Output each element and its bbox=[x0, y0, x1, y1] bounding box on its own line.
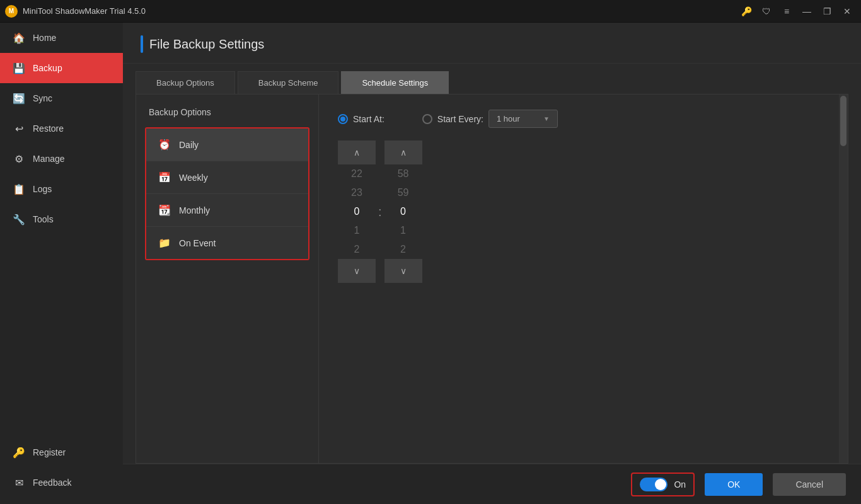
key-icon-button[interactable]: 🔑 bbox=[737, 3, 755, 20]
minute-down-button[interactable]: ∨ bbox=[384, 259, 422, 283]
page-title: File Backup Settings bbox=[149, 37, 264, 52]
hour-value-23: 23 bbox=[338, 183, 376, 202]
main-layout: 🏠 Home 💾 Backup 🔄 Sync ↩ Restore ⚙ Manag… bbox=[0, 23, 861, 504]
start-every-option[interactable]: Start Every: bbox=[422, 114, 483, 124]
sidebar-label-manage: Manage bbox=[33, 154, 65, 164]
sidebar-label-feedback: Feedback bbox=[33, 478, 71, 488]
content-area: File Backup Settings Backup Options Back… bbox=[123, 23, 861, 504]
sidebar-bottom: 🔑 Register ✉ Feedback bbox=[0, 437, 123, 504]
options-label-weekly: Weekly bbox=[179, 173, 208, 183]
sidebar-label-home: Home bbox=[33, 33, 56, 43]
toggle-container: On bbox=[631, 472, 695, 496]
start-every-dropdown[interactable]: 1 hour ▼ bbox=[488, 110, 558, 128]
time-colon-separator: : bbox=[376, 205, 384, 219]
start-every-label: Start Every: bbox=[437, 114, 483, 124]
sync-icon: 🔄 bbox=[13, 92, 25, 105]
tab-backup-options[interactable]: Backup Options bbox=[136, 71, 235, 94]
logs-icon: 📋 bbox=[13, 183, 25, 195]
sidebar-label-restore: Restore bbox=[33, 123, 64, 134]
minute-up-button[interactable]: ∧ bbox=[384, 140, 422, 164]
sidebar-item-restore[interactable]: ↩ Restore bbox=[0, 113, 123, 144]
titlebar-controls: 🔑 🛡 ≡ — ❐ ✕ bbox=[737, 3, 856, 20]
time-picker: ∧ 22 23 0 1 2 ∨ : ∧ 58 59 bbox=[338, 140, 829, 283]
backup-options-list: ⏰ Daily 📅 Weekly 📆 Monthly 📁 On Event bbox=[145, 127, 309, 260]
home-icon: 🏠 bbox=[13, 32, 25, 44]
start-at-label: Start At: bbox=[353, 114, 384, 124]
titlebar: M MiniTool ShadowMaker Trial 4.5.0 🔑 🛡 ≡… bbox=[0, 0, 861, 23]
scrollbar[interactable] bbox=[839, 94, 848, 463]
hour-value-0: 0 bbox=[338, 202, 376, 221]
tabs-row: Backup Options Backup Scheme Schedule Se… bbox=[123, 64, 861, 94]
sidebar-label-sync: Sync bbox=[33, 93, 52, 103]
sidebar-label-register: Register bbox=[33, 447, 66, 457]
options-item-monthly[interactable]: 📆 Monthly bbox=[146, 194, 308, 227]
hour-column: ∧ 22 23 0 1 2 ∨ bbox=[338, 140, 376, 283]
sidebar-item-manage[interactable]: ⚙ Manage bbox=[0, 144, 123, 174]
chevron-down-icon: ▼ bbox=[543, 115, 550, 122]
minute-value-58: 58 bbox=[384, 164, 422, 183]
toggle-knob bbox=[655, 479, 666, 490]
sidebar-item-logs[interactable]: 📋 Logs bbox=[0, 174, 123, 204]
tab-schedule-settings[interactable]: Schedule Settings bbox=[341, 71, 449, 94]
start-at-radio[interactable] bbox=[338, 114, 348, 124]
restore-icon: ↩ bbox=[13, 122, 25, 135]
feedback-icon: ✉ bbox=[13, 476, 25, 489]
hour-value-22: 22 bbox=[338, 164, 376, 183]
scrollbar-thumb[interactable] bbox=[840, 96, 847, 146]
sidebar-label-tools: Tools bbox=[33, 214, 54, 224]
options-label-monthly: Monthly bbox=[179, 205, 210, 215]
backup-icon: 💾 bbox=[13, 62, 25, 74]
minute-value-2: 2 bbox=[384, 240, 422, 259]
ok-button[interactable]: OK bbox=[705, 473, 763, 496]
hour-value-1: 1 bbox=[338, 221, 376, 240]
schedule-toggle[interactable] bbox=[640, 478, 667, 491]
daily-icon: ⏰ bbox=[158, 139, 171, 151]
monthly-icon: 📆 bbox=[158, 204, 171, 216]
minimize-button[interactable]: — bbox=[798, 3, 816, 20]
options-item-on-event[interactable]: 📁 On Event bbox=[146, 227, 308, 259]
start-every-value: 1 hour bbox=[497, 114, 520, 123]
schedule-panel: Start At: Start Every: 1 hour ▼ bbox=[319, 94, 848, 463]
minute-value-59: 59 bbox=[384, 183, 422, 202]
shield-icon-button[interactable]: 🛡 bbox=[758, 3, 775, 20]
tools-icon: 🔧 bbox=[13, 213, 25, 226]
sidebar-label-logs: Logs bbox=[33, 184, 52, 194]
page-title-bar: File Backup Settings bbox=[123, 23, 861, 64]
minute-value-1: 1 bbox=[384, 221, 422, 240]
start-every-group: Start Every: 1 hour ▼ bbox=[422, 110, 558, 128]
sidebar-item-sync[interactable]: 🔄 Sync bbox=[0, 83, 123, 113]
options-item-weekly[interactable]: 📅 Weekly bbox=[146, 161, 308, 194]
options-label-on-event: On Event bbox=[179, 238, 216, 248]
sidebar-item-feedback[interactable]: ✉ Feedback bbox=[0, 467, 123, 498]
start-at-option[interactable]: Start At: bbox=[338, 114, 384, 124]
menu-icon-button[interactable]: ≡ bbox=[778, 3, 795, 20]
backup-options-panel: Backup Options ⏰ Daily 📅 Weekly 📆 Monthl… bbox=[136, 94, 319, 463]
manage-icon: ⚙ bbox=[13, 152, 25, 165]
hour-down-button[interactable]: ∨ bbox=[338, 259, 376, 283]
options-label-daily: Daily bbox=[179, 140, 199, 150]
backup-options-heading: Backup Options bbox=[145, 107, 309, 117]
sidebar-item-register[interactable]: 🔑 Register bbox=[0, 437, 123, 467]
start-every-radio[interactable] bbox=[422, 114, 432, 124]
sidebar-item-tools[interactable]: 🔧 Tools bbox=[0, 204, 123, 234]
cancel-button[interactable]: Cancel bbox=[773, 473, 846, 496]
options-item-daily[interactable]: ⏰ Daily bbox=[146, 129, 308, 161]
toggle-label: On bbox=[674, 479, 686, 490]
hour-up-button[interactable]: ∧ bbox=[338, 140, 376, 164]
sidebar-spacer bbox=[0, 234, 123, 437]
restore-button[interactable]: ❐ bbox=[818, 3, 836, 20]
footer: On OK Cancel bbox=[123, 464, 861, 504]
minute-value-0: 0 bbox=[384, 202, 422, 221]
close-button[interactable]: ✕ bbox=[838, 3, 856, 20]
tab-backup-scheme[interactable]: Backup Scheme bbox=[238, 71, 339, 94]
titlebar-left: M MiniTool ShadowMaker Trial 4.5.0 bbox=[5, 5, 146, 18]
sidebar-item-home[interactable]: 🏠 Home bbox=[0, 23, 123, 53]
sidebar-item-backup[interactable]: 💾 Backup bbox=[0, 53, 123, 83]
minute-column: ∧ 58 59 0 1 2 ∨ bbox=[384, 140, 422, 283]
app-title: MiniTool ShadowMaker Trial 4.5.0 bbox=[23, 6, 146, 16]
sidebar: 🏠 Home 💾 Backup 🔄 Sync ↩ Restore ⚙ Manag… bbox=[0, 23, 123, 504]
settings-body: Backup Options ⏰ Daily 📅 Weekly 📆 Monthl… bbox=[136, 94, 848, 464]
page-title-accent bbox=[141, 35, 143, 53]
hour-value-2: 2 bbox=[338, 240, 376, 259]
weekly-icon: 📅 bbox=[158, 171, 171, 183]
